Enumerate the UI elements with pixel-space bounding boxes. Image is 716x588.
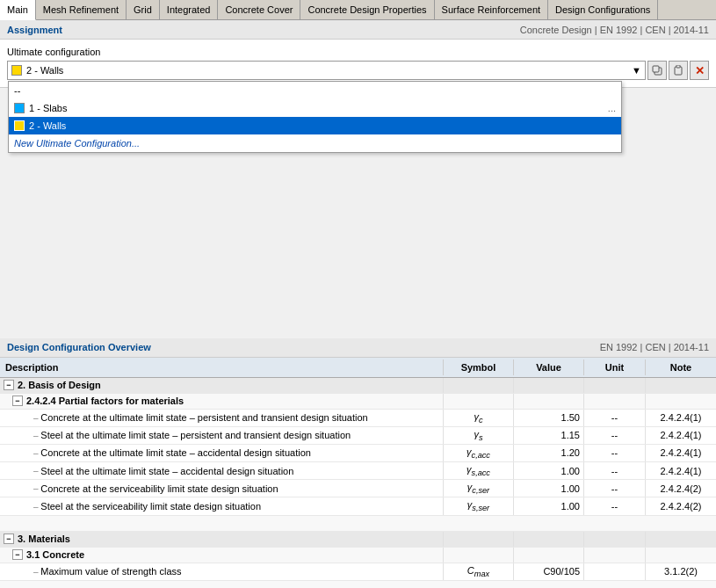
cell-value	[514, 394, 584, 409]
bottom-section: Design Configuration Overview EN 1992 | …	[0, 338, 716, 589]
cell-note: 2.4.2.4(2)	[646, 497, 716, 514]
cell-description: – Steel at the serviceability limit stat…	[0, 497, 444, 514]
col-note: Note	[646, 359, 716, 375]
dropdown-arrow: ▼	[632, 65, 641, 76]
overview-title: Design Configuration Overview	[7, 342, 151, 352]
col-value: Value	[514, 359, 584, 375]
table-header: Description Symbol Value Unit Note	[0, 358, 716, 378]
assignment-info: Concrete Design | EN 1992 | CEN | 2014-1…	[520, 25, 709, 35]
cell-symbol: γc	[444, 410, 514, 426]
cell-symbol: γs	[444, 427, 514, 444]
cell-unit: --	[584, 462, 646, 479]
table-row[interactable]: − 3.1 Concrete	[0, 548, 716, 563]
table-row[interactable]: – Concrete at the serviceability limit s…	[0, 480, 716, 497]
copy-button[interactable]	[647, 61, 667, 80]
cell-value: 1.00	[514, 497, 584, 514]
cell-value	[514, 378, 584, 393]
table-row[interactable]: − 2.4.2.4 Partial factors for materials	[0, 394, 716, 410]
table-row-spacer	[0, 581, 716, 588]
cell-unit	[584, 563, 646, 580]
table-body[interactable]: − 2. Basis of Design − 2.4.2.4 Partial f…	[0, 378, 716, 589]
config-table: Description Symbol Value Unit Note − 2. …	[0, 358, 716, 589]
expand-icon[interactable]: −	[4, 534, 14, 544]
cell-symbol: γc,acc	[444, 445, 514, 461]
cell-value: 1.15	[514, 427, 584, 444]
dropdown-container: 2 - Walls ▼ -- 1 - Slabs ... 2 - Walls	[7, 61, 709, 80]
dropdown-item-new[interactable]: New Ultimate Configuration...	[9, 134, 621, 152]
cell-description: – Concrete at the ultimate limit state –…	[0, 410, 444, 426]
cell-note: 2.4.2.4(1)	[646, 445, 716, 461]
cell-description: – Steel at the ultimate limit state – ac…	[0, 462, 444, 479]
paste-button[interactable]	[669, 61, 688, 80]
dropdown-item-slabs[interactable]: 1 - Slabs ...	[9, 99, 621, 117]
cell-note: 3.1.2(2)	[646, 563, 716, 580]
cell-description: − 3.1 Concrete	[0, 548, 444, 563]
cell-description: – Maximum value of strength class	[0, 563, 444, 580]
col-symbol: Symbol	[444, 359, 514, 375]
cell-value: 1.20	[514, 445, 584, 461]
cell-description: − 3. Materials	[0, 532, 444, 547]
cell-symbol	[444, 394, 514, 409]
cell-value: 1.00	[514, 480, 584, 497]
svg-rect-3	[676, 65, 680, 68]
cell-symbol	[444, 378, 514, 393]
ellipsis: ...	[608, 103, 616, 113]
table-row[interactable]: – Concrete at the ultimate limit state –…	[0, 410, 716, 427]
cell-unit	[584, 532, 646, 547]
tab-concrete-cover[interactable]: Concrete Cover	[218, 0, 300, 19]
dropdown-value: 2 - Walls	[26, 65, 63, 76]
color-indicator	[11, 65, 22, 76]
col-description: Description	[0, 359, 444, 375]
svg-rect-1	[653, 66, 659, 72]
delete-button[interactable]: ✕	[690, 61, 709, 80]
table-row[interactable]: – Steel at the serviceability limit stat…	[0, 497, 716, 515]
cell-unit	[584, 394, 646, 409]
expand-icon[interactable]: −	[12, 549, 23, 560]
cell-unit: --	[584, 480, 646, 497]
cell-note: 2.4.2.4(1)	[646, 462, 716, 479]
slabs-color	[14, 103, 25, 113]
dropdown-item-walls[interactable]: 2 - Walls	[9, 117, 621, 134]
cell-unit: --	[584, 445, 646, 461]
cell-symbol	[444, 548, 514, 563]
cell-note: 2.4.2.4(1)	[646, 410, 716, 426]
tab-design-config[interactable]: Design Configurations	[548, 0, 658, 19]
tab-surface-reinforcement[interactable]: Surface Reinforcement	[435, 0, 549, 19]
walls-color	[14, 120, 25, 131]
cell-value	[514, 532, 584, 547]
cell-symbol	[444, 532, 514, 547]
tab-grid[interactable]: Grid	[127, 0, 160, 19]
cell-value: 1.50	[514, 410, 584, 426]
expand-icon[interactable]: −	[4, 380, 14, 390]
expand-icon[interactable]: −	[12, 396, 23, 406]
table-row[interactable]: − 3. Materials	[0, 532, 716, 548]
tab-concrete-design[interactable]: Concrete Design Properties	[300, 0, 434, 19]
overview-header: Design Configuration Overview EN 1992 | …	[0, 338, 716, 358]
table-row[interactable]: − 2. Basis of Design	[0, 378, 716, 394]
cell-value: 1.00	[514, 462, 584, 479]
dropdown-menu: -- 1 - Slabs ... 2 - Walls New Ultimate …	[8, 81, 622, 153]
cell-unit: --	[584, 427, 646, 444]
cell-note: 2.4.2.4(2)	[646, 480, 716, 497]
table-row[interactable]: – Steel at the ultimate limit state – pe…	[0, 427, 716, 445]
cell-description: – Steel at the ultimate limit state – pe…	[0, 427, 444, 444]
cell-description: − 2.4.2.4 Partial factors for materials	[0, 394, 444, 409]
ultimate-config-dropdown[interactable]: 2 - Walls ▼ -- 1 - Slabs ... 2 - Walls	[7, 61, 646, 80]
table-row-spacer	[0, 516, 716, 532]
tab-mesh[interactable]: Mesh Refinement	[36, 0, 127, 19]
config-label: Ultimate configuration	[7, 47, 709, 57]
tab-main[interactable]: Main	[0, 0, 36, 20]
cell-symbol: γc,ser	[444, 480, 514, 497]
assignment-area: Ultimate configuration 2 - Walls ▼ -- 1 …	[0, 40, 716, 88]
item-label: --	[14, 85, 20, 96]
table-row[interactable]: – Maximum value of strength class Cmax C…	[0, 563, 716, 581]
dropdown-item-none[interactable]: --	[9, 82, 621, 99]
cell-unit: --	[584, 410, 646, 426]
tab-bar: Main Mesh Refinement Grid Integrated Con…	[0, 0, 716, 20]
table-row[interactable]: – Concrete at the ultimate limit state –…	[0, 445, 716, 462]
overview-info: EN 1992 | CEN | 2014-11	[600, 342, 709, 352]
col-unit: Unit	[584, 359, 646, 375]
item-label: 2 - Walls	[29, 120, 66, 131]
table-row[interactable]: – Steel at the ultimate limit state – ac…	[0, 462, 716, 480]
tab-integrated[interactable]: Integrated	[160, 0, 219, 19]
